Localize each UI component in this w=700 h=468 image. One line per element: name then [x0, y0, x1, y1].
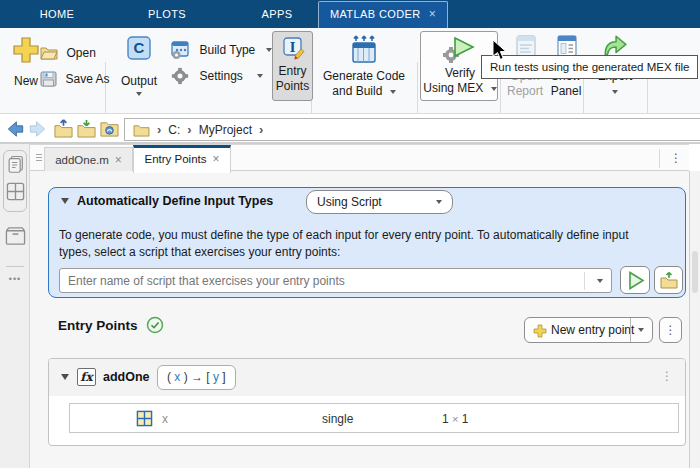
open-folder-icon	[40, 45, 58, 60]
function-menu-icon[interactable]: ⋮	[661, 369, 673, 383]
cloud-folder-button[interactable]	[100, 119, 119, 138]
breadcrumb-project[interactable]: MyProject	[199, 123, 252, 137]
doc-tab-close-icon[interactable]: ×	[115, 153, 122, 167]
entry-points-heading: Entry Points	[58, 318, 138, 333]
tab-close-icon[interactable]: ×	[429, 7, 436, 21]
generate-code-label-2: and Build	[332, 84, 382, 98]
archive-box-icon[interactable]	[5, 226, 26, 246]
doc-tab-entry-points[interactable]: Entry Points×	[133, 145, 231, 173]
document-tab-strip: addOne.m× Entry Points× ⋮	[30, 144, 689, 171]
browse-script-button[interactable]	[654, 266, 683, 294]
input-types-method-dropdown[interactable]: Using Script	[306, 190, 453, 214]
function-name: addOne	[103, 370, 150, 384]
tab-strip-grip[interactable]	[36, 154, 42, 155]
up-folder-button[interactable]	[54, 119, 73, 138]
panel-collapse-icon[interactable]	[61, 198, 69, 204]
generate-code-label-1: Generate Code	[318, 69, 410, 84]
save-as-label: Save As	[65, 72, 109, 86]
mouse-cursor	[492, 40, 508, 62]
svg-text:C: C	[134, 39, 145, 56]
matrix-type-icon	[136, 410, 153, 427]
save-icon	[40, 71, 57, 87]
build-type-dropdown-arrow	[266, 48, 272, 52]
script-dropdown-arrow[interactable]	[597, 279, 603, 283]
open-button[interactable]: Open	[40, 43, 96, 61]
import-folder-button[interactable]	[77, 119, 96, 138]
settings-dropdown-arrow	[257, 74, 263, 78]
build-type-button[interactable]: Build Type	[170, 40, 272, 60]
breadcrumb[interactable]: › C: › MyProject ›	[124, 118, 700, 141]
doc-tab-close-icon[interactable]: ×	[212, 152, 219, 166]
documents-icon[interactable]	[7, 155, 24, 175]
left-sidebar: •••	[0, 144, 30, 468]
breadcrumb-folder-icon	[133, 123, 150, 137]
layout-grid-icon[interactable]	[6, 182, 25, 201]
browse-folder-icon	[659, 270, 679, 290]
argument-type[interactable]: single	[322, 412, 353, 426]
entry-points-label-2: Points	[273, 79, 312, 94]
script-name-input[interactable]	[60, 269, 588, 292]
open-label: Open	[66, 46, 95, 60]
panel-description-line2: types, select a script that exercises yo…	[59, 244, 628, 261]
address-bar: › C: › MyProject ›	[0, 114, 700, 144]
panel-label-2: Panel	[540, 84, 592, 99]
panel-description-line1: To generate code, you must define the ty…	[59, 227, 628, 244]
scrollbar-thumb[interactable]	[692, 251, 698, 293]
status-check-icon	[146, 316, 164, 334]
tab-strip-menu-icon[interactable]: ⋮	[666, 148, 686, 168]
function-collapse-icon[interactable]	[61, 374, 69, 380]
breadcrumb-drive[interactable]: C:	[168, 123, 180, 137]
verify-icon	[443, 36, 477, 64]
function-card-addone: fx addOne ( x ) → [ y ] ⋮ x single 1 × 1	[48, 358, 686, 446]
entry-points-menu-button[interactable]: ⋮	[659, 317, 682, 343]
play-icon	[625, 270, 646, 291]
svg-text:I: I	[290, 41, 296, 55]
new-entry-point-button[interactable]: New entry point	[524, 317, 653, 343]
input-types-method-value: Using Script	[317, 195, 382, 209]
doc-tab-addone-label: addOne.m	[55, 154, 109, 166]
breadcrumb-chevron-icon: ›	[259, 122, 263, 137]
output-dropdown-arrow	[136, 92, 142, 96]
tab-plots[interactable]: PLOTS	[130, 0, 204, 28]
tab-home[interactable]: HOME	[20, 0, 94, 28]
save-as-button[interactable]: Save As	[40, 69, 109, 87]
output-c-icon: C	[127, 36, 151, 60]
forward-button[interactable]	[28, 120, 47, 138]
new-plus-icon	[12, 36, 40, 64]
build-type-label: Build Type	[199, 43, 255, 57]
argument-dimensions[interactable]: 1 × 1	[442, 412, 468, 426]
plus-icon	[533, 324, 547, 338]
function-signature-badge: ( x ) → [ y ]	[157, 365, 236, 390]
tab-strip-divider	[659, 149, 660, 168]
generate-code-button[interactable]: Generate Code and Build	[318, 33, 410, 103]
sidebar-divider	[6, 266, 24, 267]
back-button[interactable]	[6, 120, 25, 138]
argument-row[interactable]: x single 1 × 1	[69, 403, 679, 433]
breadcrumb-chevron-icon: ›	[157, 122, 161, 137]
generate-dropdown-arrow	[390, 90, 396, 94]
entry-points-button[interactable]: I Entry Points	[272, 31, 313, 101]
settings-button[interactable]: Settings	[171, 66, 263, 86]
tooltip: Run tests using the generated MEX file	[481, 55, 698, 79]
tab-matlab-coder[interactable]: MATLAB CODER×	[318, 1, 448, 28]
run-script-button[interactable]	[620, 266, 650, 294]
function-fx-icon: fx	[77, 368, 96, 386]
generate-code-icon	[349, 34, 379, 64]
tab-matlab-coder-label: MATLAB CODER	[330, 8, 421, 20]
panel-title: Automatically Define Input Types	[77, 194, 273, 208]
sig-arrow: ) → [	[180, 370, 213, 384]
argument-name: x	[162, 412, 168, 426]
verify-dropdown-arrow	[491, 87, 497, 91]
scrollbar-track[interactable]	[689, 171, 700, 468]
tab-apps[interactable]: APPS	[240, 0, 314, 28]
new-entry-point-dropdown[interactable]	[630, 318, 652, 342]
entry-points-document: Automatically Define Input Types Using S…	[30, 171, 689, 468]
breadcrumb-chevron-icon: ›	[187, 122, 191, 137]
function-card-header[interactable]: fx addOne ( x ) → [ y ] ⋮	[49, 359, 685, 396]
sig-close: ]	[219, 370, 226, 384]
sidebar-more-icon[interactable]: •••	[0, 274, 30, 284]
field-separator	[584, 272, 585, 290]
output-label: Output	[116, 74, 162, 88]
doc-tab-addone[interactable]: addOne.m×	[44, 147, 133, 172]
output-button[interactable]: C Output	[116, 34, 162, 100]
